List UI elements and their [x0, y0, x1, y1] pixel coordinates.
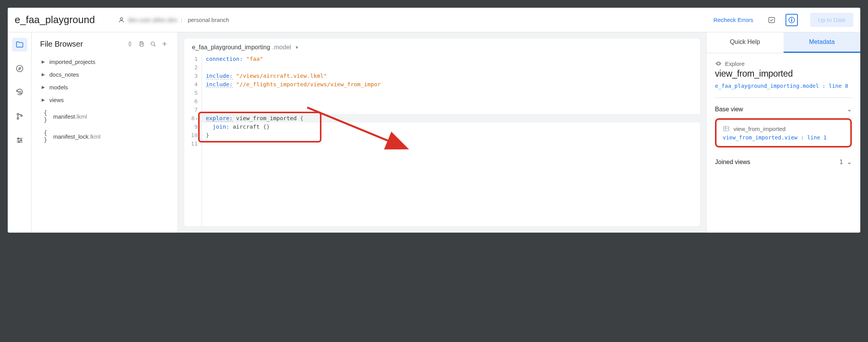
- rail-git-icon[interactable]: [12, 109, 27, 123]
- chevron-right-icon: ▶: [42, 59, 45, 64]
- base-view-link[interactable]: view_from_imported.view : line 1: [723, 134, 844, 141]
- left-rail: [8, 32, 32, 233]
- svg-point-4: [791, 18, 792, 18]
- svg-point-11: [20, 140, 22, 141]
- metadata-panel: Quick Help Metadata Explore view_from_im…: [706, 32, 860, 233]
- svg-point-12: [18, 141, 19, 142]
- svg-point-6: [19, 91, 21, 94]
- chevron-down-icon: ⌄: [847, 106, 852, 113]
- chevron-right-icon: ▶: [42, 97, 45, 102]
- tree-folder-imported-projects[interactable]: ▶ imported_projects: [40, 55, 169, 68]
- add-file-icon[interactable]: [160, 39, 169, 49]
- chevron-right-icon: ▶: [42, 72, 45, 77]
- info-icon[interactable]: [786, 14, 798, 26]
- annotation-red-box-baseview: view_from_imported view_from_imported.vi…: [715, 118, 852, 148]
- tree-item-ext: .lkml: [89, 133, 101, 140]
- code-lines: connection: "faa" include: "/views/aircr…: [202, 55, 700, 226]
- up-to-date-button[interactable]: Up to Date: [810, 13, 853, 27]
- editor-card: e_faa_playground_importing.model ▼ 12345…: [184, 39, 700, 226]
- rail-file-browser-icon[interactable]: [12, 38, 27, 52]
- user-name-redacted: dev.user.allen.dev: [128, 17, 178, 23]
- svg-rect-17: [723, 126, 729, 131]
- branch-label: personal branch: [188, 17, 229, 23]
- svg-point-14: [151, 42, 155, 45]
- collapse-all-icon[interactable]: [125, 39, 135, 49]
- code-editor[interactable]: 1234567891011 connection: "faa" include:…: [184, 55, 700, 226]
- caret-down-icon: ▼: [295, 45, 299, 50]
- header-bar: e_faa_playground dev.user.allen.dev : pe…: [8, 8, 860, 32]
- svg-point-0: [120, 18, 123, 20]
- tab-quick-help[interactable]: Quick Help: [707, 32, 784, 53]
- search-files-icon[interactable]: [148, 39, 158, 49]
- validate-icon[interactable]: [765, 14, 778, 26]
- rail-search-history-icon[interactable]: [12, 86, 27, 99]
- tree-folder-views[interactable]: ▶ views: [40, 94, 169, 106]
- tree-item-ext: .lkml: [75, 113, 87, 120]
- lkml-file-icon: { }: [42, 129, 49, 143]
- base-view-name: view_from_imported: [733, 126, 786, 132]
- svg-point-8: [17, 117, 19, 119]
- user-icon: [118, 17, 125, 23]
- file-browser-panel: File Browser ▶ imported_projects ▶ docs_…: [32, 32, 178, 233]
- svg-point-5: [16, 65, 23, 72]
- filename-main: e_faa_playground_importing: [192, 44, 270, 51]
- tree-folder-models[interactable]: ▶ models: [40, 81, 169, 94]
- metadata-tabs: Quick Help Metadata: [707, 32, 860, 53]
- app-frame: e_faa_playground dev.user.allen.dev : pe…: [8, 8, 860, 233]
- rail-compass-icon[interactable]: [12, 62, 27, 75]
- tree-file-manifest-lock[interactable]: { } manifest_lock.lkml: [40, 126, 169, 146]
- joined-views-count: 1: [839, 159, 843, 166]
- body: File Browser ▶ imported_projects ▶ docs_…: [8, 32, 860, 233]
- rail-settings-icon[interactable]: [12, 133, 27, 147]
- metadata-model-link[interactable]: e_faa_playground_importing.model : line …: [715, 82, 852, 90]
- svg-rect-3: [791, 19, 792, 22]
- section-joined-views[interactable]: Joined views 1 ⌄: [715, 158, 852, 166]
- svg-point-16: [718, 63, 720, 65]
- editor-filename[interactable]: e_faa_playground_importing.model ▼: [184, 39, 700, 55]
- table-icon: [723, 125, 730, 132]
- tree-folder-docs-notes[interactable]: ▶ docs_notes: [40, 68, 169, 81]
- eye-icon: [715, 60, 722, 67]
- line-gutter: 1234567891011: [184, 55, 202, 226]
- tree-item-label: manifest_lock: [53, 133, 89, 140]
- copy-tree-icon[interactable]: [137, 39, 146, 49]
- recheck-errors-link[interactable]: Recheck Errors: [713, 17, 753, 23]
- lkml-file-icon: { }: [42, 109, 49, 123]
- tree-item-label: imported_projects: [49, 59, 95, 65]
- tree-item-label: manifest: [53, 113, 75, 120]
- section-base-view[interactable]: Base view ⌄: [715, 106, 852, 113]
- tree-item-label: docs_notes: [49, 71, 79, 78]
- tree-file-manifest[interactable]: { } manifest.lkml: [40, 106, 169, 126]
- branch-indicator[interactable]: dev.user.allen.dev : personal branch: [118, 17, 229, 23]
- project-title: e_faa_playground: [15, 14, 95, 26]
- svg-point-7: [17, 113, 19, 115]
- filename-ext: .model: [273, 44, 291, 51]
- tab-metadata[interactable]: Metadata: [784, 32, 861, 53]
- divider: [715, 97, 852, 98]
- file-browser-title: File Browser: [40, 40, 123, 49]
- editor-panel: e_faa_playground_importing.model ▼ 12345…: [178, 32, 706, 233]
- tree-item-label: views: [49, 97, 64, 103]
- metadata-type-label: Explore: [715, 60, 852, 67]
- chevron-down-icon: ⌄: [847, 158, 852, 166]
- chevron-right-icon: ▶: [42, 85, 45, 90]
- svg-point-10: [17, 138, 19, 139]
- metadata-explore-title: view_from_imported: [715, 69, 852, 79]
- tree-item-label: models: [49, 84, 68, 91]
